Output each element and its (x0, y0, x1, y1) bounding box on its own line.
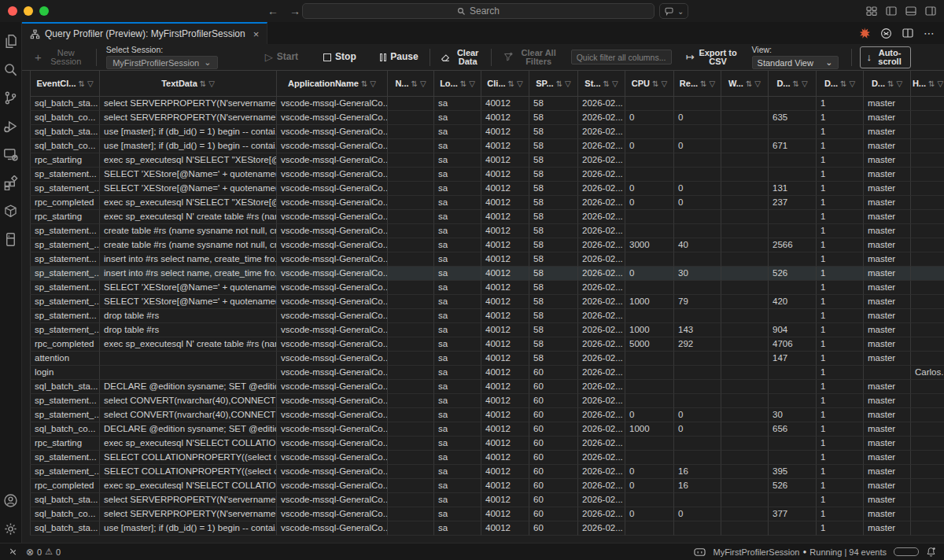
table-cell[interactable] (625, 521, 674, 536)
table-cell[interactable] (388, 196, 434, 210)
table-cell[interactable]: sp_statement... (30, 281, 100, 295)
table-cell[interactable]: vscode-mssql-GeneralCo... (277, 422, 388, 437)
column-header[interactable]: CPU⇅▽ (625, 71, 674, 97)
table-cell[interactable]: 1 (817, 224, 864, 238)
table-cell[interactable] (911, 125, 944, 139)
table-cell[interactable]: 0 (625, 196, 674, 210)
table-cell[interactable]: master (864, 125, 911, 139)
sort-icon[interactable]: ⇅ (887, 79, 894, 88)
table-cell[interactable]: 40012 (481, 309, 529, 323)
column-header[interactable]: D...⇅▽ (817, 71, 864, 97)
table-cell[interactable]: vscode-mssql-GeneralCo... (277, 210, 388, 224)
table-cell[interactable] (911, 408, 944, 422)
table-row[interactable]: rpc_completedexec sp_executesql N' creat… (30, 337, 944, 352)
table-cell[interactable]: 0 (674, 196, 721, 210)
table-row[interactable]: sp_statement...drop table #rsvscode-mssq… (30, 309, 944, 323)
table-cell[interactable]: use [master]; if (db_id() = 1) begin -- … (100, 139, 277, 153)
table-cell[interactable] (911, 309, 944, 323)
table-cell[interactable]: 1 (817, 521, 864, 536)
table-cell[interactable]: master (864, 437, 911, 451)
table-cell[interactable]: drop table #rs (100, 309, 277, 323)
column-header[interactable]: ApplicationName⇅▽ (277, 71, 388, 97)
table-row[interactable]: loginvscode-mssql-GeneralCo...sa40012602… (30, 366, 944, 380)
table-cell[interactable] (625, 252, 674, 267)
table-cell[interactable] (674, 210, 721, 224)
table-cell[interactable]: 1000 (625, 323, 674, 337)
table-cell[interactable]: 2026-02... (578, 182, 625, 196)
table-cell[interactable]: sql_batch_co... (30, 139, 100, 153)
table-cell[interactable]: 1 (817, 465, 864, 479)
table-cell[interactable]: master (864, 337, 911, 352)
table-cell[interactable]: 40012 (481, 196, 529, 210)
table-cell[interactable]: 60 (529, 451, 578, 465)
table-cell[interactable] (388, 422, 434, 437)
table-cell[interactable]: 904 (769, 323, 817, 337)
table-cell[interactable]: SELECT 'XEStore[@Name=' + quotename(C... (100, 182, 277, 196)
table-cell[interactable] (625, 281, 674, 295)
table-cell[interactable]: 1 (817, 408, 864, 422)
table-cell[interactable] (769, 493, 817, 507)
table-cell[interactable]: 40012 (481, 139, 529, 153)
table-cell[interactable]: vscode-mssql-GeneralCo... (277, 323, 388, 337)
table-cell[interactable]: 40012 (481, 352, 529, 366)
toggle-primary-sidebar-icon[interactable] (886, 6, 897, 16)
table-cell[interactable]: 0 (674, 507, 721, 521)
table-cell[interactable]: 292 (674, 337, 721, 352)
table-cell[interactable]: 1 (817, 479, 864, 493)
toggle-secondary-sidebar-icon[interactable] (925, 6, 936, 16)
sql-server-icon[interactable] (0, 225, 22, 253)
export-csv-button[interactable]: ↦ Export to CSV (686, 49, 738, 66)
containers-icon[interactable] (0, 197, 22, 225)
table-cell[interactable]: 2026-02... (578, 267, 625, 281)
table-cell[interactable]: 40012 (481, 224, 529, 238)
table-cell[interactable]: 2026-02... (578, 451, 625, 465)
table-cell[interactable]: sa (434, 408, 481, 422)
profiler-session-status[interactable]: MyFirstProfilerSession ● Running | 94 ev… (713, 547, 887, 557)
table-cell[interactable]: sql_batch_sta... (30, 97, 100, 111)
table-cell[interactable]: 58 (529, 153, 578, 168)
table-cell[interactable] (769, 521, 817, 536)
table-cell[interactable]: Carlos... (911, 366, 944, 380)
table-cell[interactable] (388, 337, 434, 352)
table-cell[interactable]: select SERVERPROPERTY(N'servername') (100, 507, 277, 521)
sort-icon[interactable]: ⇅ (603, 79, 610, 88)
table-cell[interactable]: 60 (529, 437, 578, 451)
table-cell[interactable] (769, 125, 817, 139)
table-cell[interactable]: vscode-mssql-GeneralCo... (277, 97, 388, 111)
table-cell[interactable]: select SERVERPROPERTY(N'servername') (100, 97, 277, 111)
table-cell[interactable]: SELECT 'XEStore[@Name=' + quotename(C... (100, 295, 277, 309)
table-cell[interactable]: insert into #rs select name, create_time… (100, 252, 277, 267)
table-cell[interactable]: sa (434, 111, 481, 125)
table-cell[interactable]: 1 (817, 337, 864, 352)
table-cell[interactable] (721, 479, 769, 493)
table-cell[interactable] (388, 380, 434, 394)
filter-icon[interactable]: ▽ (370, 79, 376, 88)
table-cell[interactable]: vscode-mssql-GeneralCo... (277, 125, 388, 139)
table-cell[interactable] (100, 366, 277, 380)
table-cell[interactable]: rpc_starting (30, 437, 100, 451)
table-cell[interactable] (388, 479, 434, 493)
table-cell[interactable]: 60 (529, 422, 578, 437)
table-cell[interactable] (100, 352, 277, 366)
table-row[interactable]: sp_statement_...SELECT 'XEStore[@Name=' … (30, 295, 944, 309)
table-cell[interactable]: 58 (529, 111, 578, 125)
table-cell[interactable]: sa (434, 352, 481, 366)
column-header[interactable]: H...⇅▽ (911, 71, 944, 97)
table-cell[interactable]: 2026-02... (578, 196, 625, 210)
table-cell[interactable]: 2566 (769, 238, 817, 252)
table-cell[interactable]: 60 (529, 521, 578, 536)
table-cell[interactable]: 2026-02... (578, 323, 625, 337)
table-cell[interactable]: 58 (529, 168, 578, 182)
table-cell[interactable]: 0 (625, 479, 674, 493)
pause-button[interactable]: Pause (380, 53, 419, 61)
table-cell[interactable]: vscode-mssql-GeneralCo... (277, 168, 388, 182)
table-cell[interactable]: rpc_starting (30, 210, 100, 224)
settings-gear-icon[interactable] (0, 514, 22, 543)
table-cell[interactable]: 40012 (481, 366, 529, 380)
table-cell[interactable]: exec sp_executesql N'SELECT ''XEStore[@.… (100, 196, 277, 210)
table-cell[interactable] (388, 465, 434, 479)
table-cell[interactable]: master (864, 422, 911, 437)
table-cell[interactable]: 1 (817, 422, 864, 437)
table-cell[interactable]: 40012 (481, 479, 529, 493)
table-cell[interactable] (911, 352, 944, 366)
